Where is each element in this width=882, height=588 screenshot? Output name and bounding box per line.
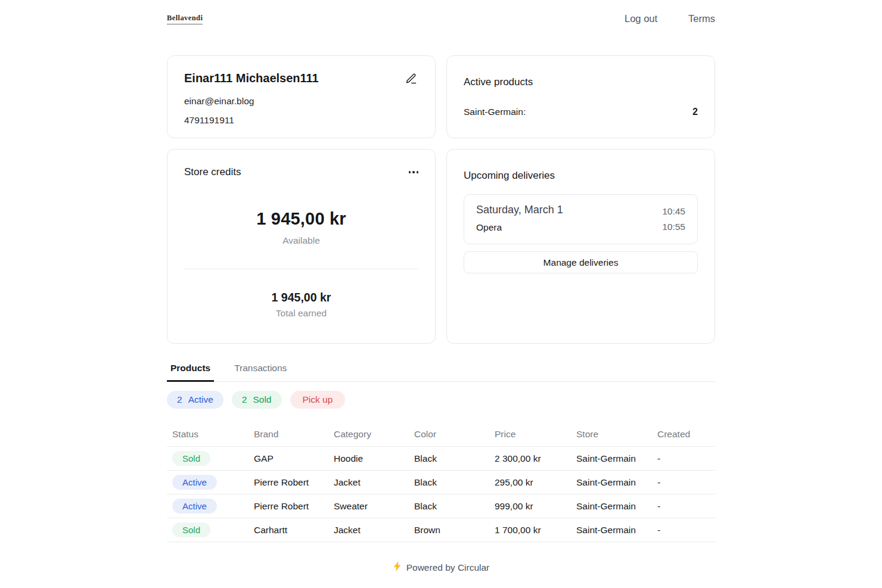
- store-credits-body: 1 945,00 kr Available 1 945,00 kr Total …: [184, 178, 418, 319]
- top-bar: Bellavendi Log out Terms: [167, 0, 715, 24]
- table-header-row: Status Brand Category Color Price Store …: [167, 422, 715, 447]
- filter-active-count: 2: [177, 394, 182, 405]
- filter-sold-count: 2: [242, 394, 247, 405]
- tab-bar: Products Transactions: [167, 362, 715, 382]
- filter-sold-chip[interactable]: 2 Sold: [232, 391, 282, 409]
- edit-profile-button[interactable]: [404, 71, 418, 88]
- cell-color: Brown: [414, 525, 495, 536]
- deliveries-card: Upcoming deliveries Saturday, March 1 Op…: [446, 149, 715, 344]
- cell-created: -: [657, 501, 715, 512]
- filter-pickup-chip[interactable]: Pick up: [290, 391, 346, 409]
- store-name-label: Saint-Germain:: [464, 107, 526, 117]
- cell-category: Jacket: [334, 477, 414, 488]
- cell-created: -: [657, 453, 715, 464]
- filter-pickup-label: Pick up: [303, 394, 333, 405]
- profile-phone: 4791191911: [184, 115, 418, 126]
- pen-line-icon: [405, 77, 417, 86]
- cell-created: -: [657, 477, 715, 488]
- summary-cards: Einar111 Michaelsen111 einar@einar.blog …: [167, 55, 715, 344]
- active-products-card: Active products Saint-Germain: 2: [446, 55, 715, 138]
- terms-link[interactable]: Terms: [688, 13, 715, 24]
- lightning-bolt-icon: [393, 561, 402, 574]
- logout-link[interactable]: Log out: [625, 13, 657, 24]
- filter-sold-label: Sold: [253, 394, 271, 405]
- col-status: Status: [172, 429, 254, 440]
- status-badge: Active: [172, 475, 217, 490]
- footer: Powered by Circular: [167, 561, 715, 574]
- earned-label: Total earned: [184, 308, 418, 319]
- col-price: Price: [495, 429, 576, 440]
- products-table: Status Brand Category Color Price Store …: [167, 422, 715, 542]
- more-options-button[interactable]: [409, 171, 419, 173]
- active-products-row: Saint-Germain: 2: [464, 107, 698, 117]
- active-products-count: 2: [692, 107, 698, 117]
- table-row[interactable]: Sold GAP Hoodie Black 2 300,00 kr Saint-…: [167, 447, 715, 471]
- profile-card-header: Einar111 Michaelsen111: [184, 71, 418, 88]
- tab-products[interactable]: Products: [167, 362, 214, 382]
- col-store: Store: [576, 429, 657, 440]
- cell-price: 999,00 kr: [495, 501, 576, 512]
- filter-chips: 2 Active 2 Sold Pick up: [167, 391, 715, 409]
- cell-created: -: [657, 525, 715, 536]
- cell-category: Hoodie: [334, 453, 414, 464]
- cell-price: 1 700,00 kr: [495, 525, 576, 536]
- available-amount: 1 945,00 kr: [184, 209, 418, 229]
- store-credits-header: Store credits: [184, 165, 418, 178]
- cell-color: Black: [414, 477, 495, 488]
- store-credits-card: Store credits 1 945,00 kr Available 1 94…: [167, 149, 436, 344]
- cell-store: Saint-Germain: [576, 477, 657, 488]
- cell-price: 295,00 kr: [495, 477, 576, 488]
- profile-email: einar@einar.blog: [184, 96, 418, 107]
- cell-category: Jacket: [334, 525, 414, 536]
- cell-color: Black: [414, 453, 495, 464]
- account-page: Bellavendi Log out Terms Einar111 Michae…: [167, 0, 715, 574]
- delivery-times: 10:45 10:55: [662, 204, 685, 235]
- store-credits-title: Store credits: [184, 166, 241, 178]
- manage-deliveries-button[interactable]: Manage deliveries: [464, 251, 698, 273]
- filter-active-label: Active: [188, 394, 213, 405]
- status-badge: Active: [172, 499, 217, 514]
- brand-logo[interactable]: Bellavendi: [167, 14, 203, 24]
- cell-store: Saint-Germain: [576, 525, 657, 536]
- table-row[interactable]: Active Pierre Robert Jacket Black 295,00…: [167, 471, 715, 494]
- table-row[interactable]: Active Pierre Robert Sweater Black 999,0…: [167, 494, 715, 518]
- cell-brand: Carhartt: [254, 525, 334, 536]
- cell-color: Black: [414, 501, 495, 512]
- available-label: Available: [184, 235, 418, 246]
- deliveries-title: Upcoming deliveries: [464, 170, 698, 182]
- col-color: Color: [414, 429, 495, 440]
- top-nav: Log out Terms: [625, 13, 715, 24]
- profile-card: Einar111 Michaelsen111 einar@einar.blog …: [167, 55, 436, 138]
- cell-brand: GAP: [254, 453, 334, 464]
- profile-name: Einar111 Michaelsen111: [184, 71, 319, 85]
- delivery-date: Saturday, March 1: [476, 204, 563, 216]
- filter-active-chip[interactable]: 2 Active: [167, 391, 223, 409]
- ellipsis-icon: [409, 171, 419, 173]
- delivery-time-end: 10:55: [662, 219, 685, 235]
- col-category: Category: [334, 429, 414, 440]
- col-created: Created: [657, 429, 715, 440]
- cell-brand: Pierre Robert: [254, 477, 334, 488]
- cell-store: Saint-Germain: [576, 501, 657, 512]
- tab-transactions[interactable]: Transactions: [231, 362, 290, 382]
- cell-brand: Pierre Robert: [254, 501, 334, 512]
- delivery-info: Saturday, March 1 Opera: [476, 204, 563, 235]
- cell-category: Sweater: [334, 501, 414, 512]
- cell-store: Saint-Germain: [576, 453, 657, 464]
- powered-by-text: Powered by Circular: [406, 562, 490, 573]
- products-section: Products Transactions 2 Active 2 Sold Pi…: [167, 362, 715, 542]
- delivery-location: Opera: [476, 222, 563, 233]
- active-products-title: Active products: [464, 76, 698, 88]
- table-row[interactable]: Sold Carhartt Jacket Brown 1 700,00 kr S…: [167, 518, 715, 542]
- earned-amount: 1 945,00 kr: [184, 291, 418, 304]
- col-brand: Brand: [254, 429, 334, 440]
- credits-divider: [184, 269, 418, 269]
- cell-price: 2 300,00 kr: [495, 453, 576, 464]
- delivery-item[interactable]: Saturday, March 1 Opera 10:45 10:55: [464, 194, 698, 244]
- status-badge: Sold: [172, 522, 210, 537]
- status-badge: Sold: [172, 451, 210, 466]
- delivery-time-start: 10:45: [662, 204, 685, 219]
